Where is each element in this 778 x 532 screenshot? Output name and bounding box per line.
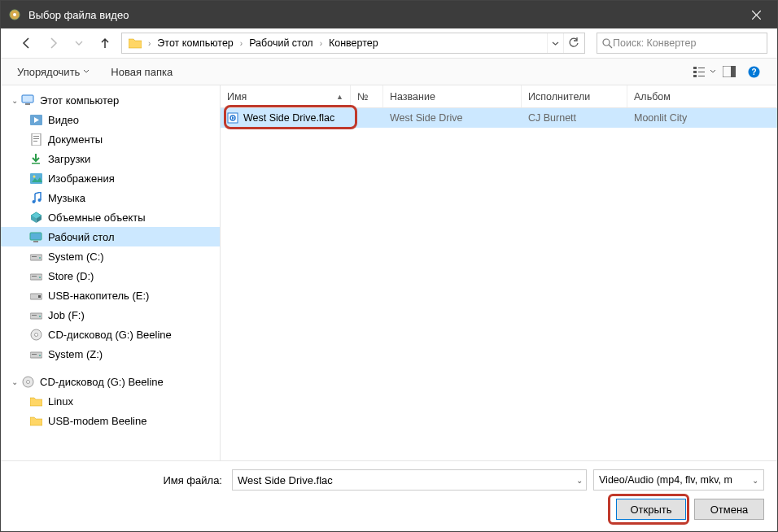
close-button[interactable] xyxy=(738,1,774,28)
svg-point-45 xyxy=(26,380,29,383)
usb-icon xyxy=(28,289,43,302)
search-input[interactable] xyxy=(613,37,762,49)
svg-text:?: ? xyxy=(751,68,756,76)
svg-rect-32 xyxy=(32,276,37,277)
sidebar-item[interactable]: Загрузки xyxy=(1,149,220,168)
forward-button[interactable] xyxy=(43,33,63,53)
svg-rect-5 xyxy=(693,75,697,77)
sidebar-item[interactable]: USB-modem Beeline xyxy=(1,411,220,430)
svg-rect-20 xyxy=(33,141,37,142)
sidebar-cd-drive[interactable]: ⌄ CD-дисковод (G:) Beeline xyxy=(1,372,220,391)
expander-icon: ⌄ xyxy=(9,96,20,105)
tree-label: Job (F:) xyxy=(48,309,85,321)
svg-rect-13 xyxy=(22,95,33,102)
svg-rect-37 xyxy=(32,315,37,316)
col-number[interactable]: № xyxy=(351,85,383,107)
sidebar-item[interactable]: CD-дисковод (G:) Beeline xyxy=(1,325,220,344)
svg-rect-7 xyxy=(698,72,705,72)
up-button[interactable] xyxy=(95,33,115,53)
svg-rect-35 xyxy=(38,295,41,298)
sidebar-item[interactable]: Job (F:) xyxy=(1,305,220,325)
chevron-right-icon: › xyxy=(146,39,152,48)
drive-icon xyxy=(28,347,43,360)
file-row[interactable]: West Side Drive.flacWest Side DriveCJ Bu… xyxy=(221,108,777,128)
svg-rect-8 xyxy=(698,76,705,76)
tree-label: CD-дисковод (G:) Beeline xyxy=(48,329,172,341)
file-name-cell: West Side Drive.flac xyxy=(221,112,351,124)
sort-asc-icon: ▲ xyxy=(336,93,343,101)
tree-label: System (Z:) xyxy=(48,348,103,360)
back-button[interactable] xyxy=(17,33,37,53)
tree-label: Store (D:) xyxy=(48,270,94,282)
sidebar-item[interactable]: System (Z:) xyxy=(1,344,220,364)
svg-point-23 xyxy=(33,175,35,177)
3d-icon xyxy=(28,211,43,224)
sidebar-item[interactable]: System (C:) xyxy=(1,246,220,266)
col-artist[interactable]: Исполнители xyxy=(522,85,627,107)
file-artist-cell: CJ Burnett xyxy=(522,112,627,124)
open-button[interactable]: Открыть xyxy=(616,499,686,520)
preview-pane-button[interactable] xyxy=(717,61,741,82)
tree-label: CD-дисковод (G:) Beeline xyxy=(40,376,164,388)
tree-label: Документы xyxy=(48,133,103,146)
tree-label: Объемные объекты xyxy=(48,211,146,224)
svg-point-43 xyxy=(39,355,41,356)
folder-icon xyxy=(28,395,43,408)
chevron-down-icon[interactable]: ⌄ xyxy=(576,476,583,485)
sidebar-item[interactable]: Видео xyxy=(1,110,220,129)
refresh-button[interactable] xyxy=(563,33,583,53)
navbar: › Этот компьютер › Рабочий стол › Конвер… xyxy=(1,28,777,58)
folder-icon xyxy=(127,35,143,51)
file-title-cell: West Side Drive xyxy=(383,112,522,124)
svg-point-1 xyxy=(13,13,16,16)
svg-point-2 xyxy=(603,39,610,46)
breadcrumb-item[interactable]: Этот компьютер xyxy=(152,33,238,53)
sidebar-item[interactable]: Изображения xyxy=(1,168,220,188)
file-type-filter[interactable]: Video/Audio (mp4, flv, mkv, m ⌄ xyxy=(593,469,764,491)
footer: Имя файла: West Side Drive.flac ⌄ Video/… xyxy=(1,460,777,531)
organize-button[interactable]: Упорядочить xyxy=(12,63,94,81)
recent-dropdown[interactable] xyxy=(69,33,89,53)
col-name[interactable]: Имя▲ xyxy=(221,85,351,107)
breadcrumb-item[interactable]: Конвертер xyxy=(324,33,383,53)
svg-rect-10 xyxy=(731,66,736,77)
search-box[interactable] xyxy=(597,33,767,54)
sidebar-item[interactable]: USB-накопитель (E:) xyxy=(1,286,220,305)
file-list: Имя▲ № Название Исполнители Альбом West … xyxy=(221,85,777,460)
sidebar-item[interactable]: Музыка xyxy=(1,188,220,207)
svg-point-30 xyxy=(39,257,41,259)
cancel-button[interactable]: Отмена xyxy=(694,499,764,520)
file-album-cell: Moonlit City xyxy=(627,112,777,124)
col-album[interactable]: Альбом xyxy=(627,85,777,107)
sidebar-this-pc[interactable]: ⌄ Этот компьютер xyxy=(1,90,220,110)
breadcrumb-bar[interactable]: › Этот компьютер › Рабочий стол › Конвер… xyxy=(121,33,585,54)
svg-rect-4 xyxy=(693,71,697,73)
view-mode-button[interactable] xyxy=(693,61,717,82)
sidebar-item[interactable]: Объемные объекты xyxy=(1,207,220,227)
help-button[interactable]: ? xyxy=(741,61,766,82)
breadcrumb-dropdown[interactable] xyxy=(547,33,563,53)
titlebar: Выбор файла видео xyxy=(1,1,777,28)
image-icon xyxy=(28,172,43,185)
pc-icon xyxy=(20,94,35,107)
filename-value: West Side Drive.flac xyxy=(238,474,333,486)
music-icon xyxy=(28,191,43,204)
svg-point-24 xyxy=(32,200,35,203)
tree-label: Загрузки xyxy=(48,153,90,165)
filename-input[interactable]: West Side Drive.flac ⌄ xyxy=(232,469,587,491)
expander-icon: ⌄ xyxy=(9,377,20,386)
drive-icon xyxy=(28,308,43,321)
breadcrumb-item[interactable]: Рабочий стол xyxy=(244,33,317,53)
new-folder-button[interactable]: Новая папка xyxy=(106,63,177,81)
sidebar-item[interactable]: Store (D:) xyxy=(1,266,220,286)
flac-icon xyxy=(227,112,238,124)
svg-rect-27 xyxy=(33,241,38,242)
sidebar-item[interactable]: Рабочий стол xyxy=(1,227,220,246)
tree-label: System (C:) xyxy=(48,251,104,263)
col-title[interactable]: Название xyxy=(383,85,522,107)
sidebar-item[interactable]: Linux xyxy=(1,391,220,411)
cd-icon xyxy=(20,375,35,388)
filename-label: Имя файла: xyxy=(14,474,225,486)
chevron-down-icon: ⌄ xyxy=(752,476,758,485)
sidebar-item[interactable]: Документы xyxy=(1,129,220,149)
